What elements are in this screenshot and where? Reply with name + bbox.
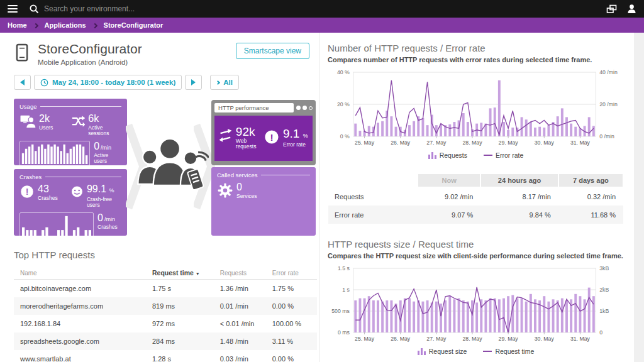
top-http-requests-table: Name Request time ▼ Requests Error rate … [14, 266, 317, 362]
request-time-value: 972 ms [151, 315, 219, 332]
request-name[interactable]: morerodheritagefarms.com [14, 297, 151, 315]
chevron-right-icon [92, 23, 97, 28]
user-icon[interactable] [627, 4, 636, 14]
column-24-hours-ago[interactable]: 24 hours ago [480, 173, 558, 187]
svg-text:0 %: 0 % [340, 133, 350, 140]
timeframe-label: May 24, 18:00 - today 18:00 (1 week) [52, 79, 175, 86]
request-name[interactable]: spreadsheets.google.com [14, 332, 151, 350]
svg-text:28. May: 28. May [462, 140, 482, 146]
crashes-tile-label: Crashes [19, 173, 42, 180]
svg-text:25. May: 25. May [355, 140, 375, 146]
legend-request-time[interactable]: Request time [483, 348, 534, 355]
requests-error-chart[interactable]: 0 %20 %40 %0 /min20 /min40 /min25. May26… [328, 67, 624, 150]
request-name[interactable]: 192.168.1.84 [14, 315, 151, 332]
crashes-sparkline [21, 214, 92, 236]
column-7-days-ago[interactable]: 7 days ago [558, 173, 623, 187]
crashfree-percent: 99.1 [87, 184, 106, 194]
bar-chart-icon [428, 152, 436, 159]
breadcrumb: Home Applications StoreConfigurator [0, 18, 644, 33]
metric-now: 9.07 % [418, 206, 480, 224]
svg-text:40 /min: 40 /min [599, 69, 618, 75]
svg-text:1.5 s: 1.5 s [338, 265, 350, 272]
error-rate-icon: ! [264, 129, 280, 145]
menu-icon[interactable] [8, 5, 18, 13]
svg-text:27. May: 27. May [426, 336, 447, 342]
top-http-requests-title: Top HTTP requests [14, 250, 316, 260]
search-input[interactable] [44, 4, 245, 13]
legend-error-rate[interactable]: Error rate [484, 151, 523, 159]
svg-text:20 %: 20 % [337, 101, 350, 107]
svg-text:2kB: 2kB [599, 287, 609, 293]
svg-text:29. May: 29. May [499, 140, 519, 146]
table-row[interactable]: www.smartlab.at 1.28 s 0.03 /min 0.00 % [14, 350, 317, 362]
requests-value: 0.01 /min [219, 297, 271, 315]
chart-title: Number of HTTP requests / Error rate [328, 43, 624, 53]
breadcrumb-applications[interactable]: Applications [45, 21, 86, 29]
timeframe-selector: May 24, 18:00 - today 18:00 (1 week) All [14, 75, 316, 90]
usage-sparkline [21, 143, 88, 164]
timeframe-button[interactable]: May 24, 18:00 - today 18:00 (1 week) [34, 75, 182, 90]
usage-tile-label: Usage [19, 103, 36, 110]
called-services-label: Called services [217, 172, 257, 178]
top-bar [0, 0, 644, 18]
metric-label: Error rate [328, 206, 418, 224]
usage-tile[interactable]: Usage 2k Users [14, 99, 127, 165]
table-row[interactable]: 192.168.1.84 972 ms < 0.01 /min 100.00 % [14, 315, 317, 332]
table-row[interactable]: spreadsheets.google.com 284 ms 1.48 /min… [14, 332, 317, 350]
requests-value: 1.36 /min [219, 280, 271, 298]
timeframe-next-button[interactable] [185, 75, 202, 90]
comparison-row: Requests 9.02 /min 8.17 /min 0.32 /min [328, 187, 623, 206]
requests-error-chart-block: Number of HTTP requests / Error rate Com… [328, 43, 624, 159]
request-time-value: 284 ms [151, 332, 219, 350]
svg-text:20 /min: 20 /min [599, 101, 618, 107]
legend-request-size[interactable]: Request size [418, 348, 467, 355]
legend-requests[interactable]: Requests [428, 151, 467, 159]
metric-label: Requests [328, 187, 418, 206]
metric-7d: 0.32 /min [558, 187, 623, 206]
table-row[interactable]: api.bitcoinaverage.com 1.75 s 1.36 /min … [14, 280, 317, 298]
svg-text:30. May: 30. May [535, 140, 555, 146]
size-time-chart[interactable]: 0 ms500 ms1 s1.5 s01kB2kB3kB25. May26. M… [328, 263, 624, 346]
called-services-tile[interactable]: Called services [211, 167, 316, 236]
users-icon [19, 114, 36, 129]
all-filter-button[interactable]: All [210, 75, 239, 90]
app-infographic: Usage 2k Users [9, 99, 316, 238]
chevron-right-icon [33, 23, 38, 28]
search-icon[interactable] [29, 4, 39, 14]
metric-24h: 8.17 /min [480, 187, 558, 206]
breadcrumb-current: StoreConfigurator [104, 21, 164, 29]
web-requests-count: 92k [236, 127, 264, 137]
web-requests-icon [218, 127, 233, 143]
column-now[interactable]: Now [418, 173, 480, 187]
smiley-icon [70, 184, 84, 199]
table-row[interactable]: morerodheritagefarms.com 819 ms 0.01 /mi… [14, 297, 317, 315]
error-rate-value: 3.11 % [271, 332, 317, 350]
http-performance-tile[interactable]: HTTP performance 92k Web requests [211, 100, 316, 165]
line-icon [483, 351, 492, 352]
column-header-error-rate[interactable]: Error rate [271, 266, 317, 280]
breadcrumb-home[interactable]: Home [8, 21, 27, 29]
requests-value: 1.48 /min [219, 332, 271, 350]
error-rate-percent: 9.1 [283, 127, 299, 140]
svg-text:29. May: 29. May [499, 336, 519, 342]
column-header-requests[interactable]: Requests [219, 266, 271, 280]
request-name[interactable]: api.bitcoinaverage.com [14, 280, 151, 298]
sessions-icon [70, 114, 85, 129]
clock-icon [40, 79, 48, 87]
mobile-app-icon [14, 41, 30, 64]
comparison-row: Error rate 9.07 % 9.84 % 11.68 % [328, 206, 623, 224]
svg-text:28. May: 28. May [462, 336, 482, 342]
column-header-request-time[interactable]: Request time ▼ [151, 266, 219, 280]
timeframe-prev-button[interactable] [14, 75, 31, 90]
svg-text:0 /min: 0 /min [599, 133, 614, 140]
svg-text:25. May: 25. May [355, 336, 375, 342]
window-switcher-icon[interactable] [606, 4, 617, 14]
column-header-name[interactable]: Name [14, 266, 151, 280]
http-performance-label: HTTP performance [214, 103, 294, 112]
smartscape-view-button[interactable]: Smartscape view [236, 43, 309, 59]
chart-subtitle: Compares the HTTP request size with clie… [328, 252, 624, 260]
crashes-tile[interactable]: Crashes ! 43 Crashes [14, 169, 127, 236]
error-rate-value: 1.75 % [271, 280, 317, 298]
people-with-phone-icon [132, 131, 209, 199]
request-name[interactable]: www.smartlab.at [14, 350, 151, 362]
